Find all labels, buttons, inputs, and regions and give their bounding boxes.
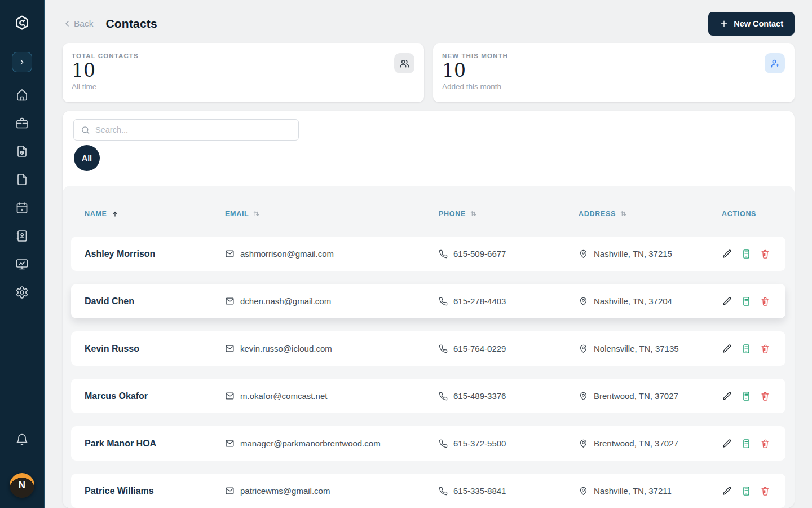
calendar-icon [15, 201, 29, 214]
contact-phone-cell: 615-372-5500 [439, 439, 579, 448]
table-row[interactable]: Patrice Williams patricewms@gmail.com 61… [71, 474, 785, 508]
search-input[interactable] [95, 125, 292, 134]
contact-phone-cell: 615-278-4403 [439, 296, 579, 306]
table-row[interactable]: David Chen dchen.nash@gmail.com 615-278-… [71, 284, 785, 318]
contact-email-cell: manager@parkmanorbrentwood.com [225, 439, 439, 448]
contact-email: m.okafor@comcast.net [240, 391, 327, 401]
delete-contact-button[interactable] [760, 296, 770, 306]
column-header-email[interactable]: EMAIL [225, 210, 439, 218]
pencil-icon [722, 249, 732, 259]
column-label: ADDRESS [579, 210, 616, 218]
row-actions [722, 296, 785, 306]
edit-contact-button[interactable] [722, 391, 732, 401]
delete-contact-button[interactable] [760, 391, 770, 401]
trash-icon [760, 249, 770, 259]
table-row[interactable]: Kevin Russo kevin.russo@icloud.com 615-7… [71, 331, 785, 366]
contact-email: manager@parkmanorbrentwood.com [240, 439, 381, 448]
contact-address-cell: Nolensville, TN, 37135 [579, 344, 722, 353]
contact-phone-cell: 615-335-8841 [439, 486, 579, 496]
new-contact-button[interactable]: New Contact [708, 12, 795, 36]
column-label: EMAIL [225, 210, 249, 218]
mail-icon [225, 391, 235, 401]
export-contact-button[interactable] [741, 296, 751, 306]
contact-email-cell: ashmorrison@gmail.com [225, 249, 439, 259]
contact-name: David Chen [85, 296, 225, 306]
contact-email-cell: patricewms@gmail.com [225, 486, 439, 496]
user-plus-icon [770, 58, 780, 69]
sort-both-icon [620, 210, 627, 217]
contact-name: Ashley Morrison [85, 249, 225, 259]
file-icon [15, 173, 29, 186]
delete-contact-button[interactable] [760, 249, 770, 259]
edit-contact-button[interactable] [722, 344, 732, 354]
back-button[interactable]: Back [63, 19, 93, 29]
pencil-icon [722, 439, 732, 449]
delete-contact-button[interactable] [760, 486, 770, 496]
contact-address: Nolensville, TN, 37135 [594, 344, 679, 353]
column-header-address[interactable]: ADDRESS [579, 210, 722, 218]
edit-contact-button[interactable] [722, 486, 732, 496]
table-row[interactable]: Park Manor HOA manager@parkmanorbrentwoo… [71, 426, 785, 461]
contacts-panel: All NAME EMAIL PHONE ADDRESS [63, 111, 795, 508]
pencil-icon [722, 344, 732, 354]
notebook-icon [741, 249, 751, 259]
contact-email-cell: dchen.nash@gmail.com [225, 296, 439, 306]
map-pin-icon [579, 486, 588, 496]
sidebar-item-contacts[interactable] [15, 229, 29, 243]
sidebar-item-home[interactable] [15, 88, 29, 102]
briefcase-icon [15, 116, 29, 130]
filter-all-button[interactable]: All [74, 145, 100, 171]
export-contact-button[interactable] [741, 439, 751, 449]
row-actions [722, 486, 785, 496]
sidebar-item-reports[interactable] [15, 257, 29, 271]
column-header-name[interactable]: NAME [85, 210, 225, 218]
sidebar-item-settings[interactable] [15, 286, 29, 299]
contact-email: ashmorrison@gmail.com [240, 249, 334, 259]
contact-address: Nashville, TN, 37211 [594, 486, 672, 496]
sidebar-item-invoices[interactable] [15, 144, 29, 158]
contact-name: Marcus Okafor [85, 391, 225, 401]
contact-phone-cell: 615-509-6677 [439, 249, 579, 259]
filter-all-label: All [82, 154, 92, 163]
contact-rows: Ashley Morrison ashmorrison@gmail.com 61… [63, 237, 795, 508]
sidebar-bottom: N [0, 433, 44, 498]
edit-contact-button[interactable] [722, 249, 732, 259]
phone-icon [439, 297, 448, 306]
notebook-icon [741, 486, 751, 496]
edit-contact-button[interactable] [722, 296, 732, 306]
column-label: NAME [85, 210, 107, 218]
column-label: ACTIONS [722, 210, 756, 218]
sidebar: N [0, 0, 45, 508]
stat-label: NEW THIS MONTH [442, 52, 785, 59]
notifications-button[interactable] [15, 433, 29, 446]
mail-icon [225, 439, 235, 448]
sidebar-item-jobs[interactable] [15, 116, 29, 130]
sidebar-item-documents[interactable] [15, 173, 29, 186]
delete-contact-button[interactable] [760, 439, 770, 449]
column-label: PHONE [439, 210, 466, 218]
phone-icon [439, 392, 448, 401]
page-title: Contacts [105, 17, 157, 30]
export-contact-button[interactable] [741, 391, 751, 401]
table-row[interactable]: Ashley Morrison ashmorrison@gmail.com 61… [71, 237, 785, 271]
contact-email-cell: kevin.russo@icloud.com [225, 344, 439, 353]
contact-phone: 615-489-3376 [453, 391, 506, 401]
stat-value: 10 [442, 60, 785, 81]
sidebar-collapse-button[interactable] [12, 52, 32, 72]
contact-address: Brentwood, TN, 37027 [594, 439, 678, 448]
export-contact-button[interactable] [741, 344, 751, 354]
stat-badge [394, 53, 414, 73]
edit-contact-button[interactable] [722, 439, 732, 449]
export-contact-button[interactable] [741, 486, 751, 496]
export-contact-button[interactable] [741, 249, 751, 259]
delete-contact-button[interactable] [760, 344, 770, 354]
contact-phone-cell: 615-764-0229 [439, 344, 579, 353]
user-avatar[interactable]: N [10, 473, 34, 498]
sidebar-item-calendar[interactable] [15, 201, 29, 214]
table-row[interactable]: Marcus Okafor m.okafor@comcast.net 615-4… [71, 379, 785, 413]
contact-address: Nashville, TN, 37215 [594, 249, 672, 259]
column-header-phone[interactable]: PHONE [439, 210, 579, 218]
mail-icon [225, 296, 235, 306]
mail-icon [225, 249, 235, 259]
back-label: Back [74, 19, 93, 29]
